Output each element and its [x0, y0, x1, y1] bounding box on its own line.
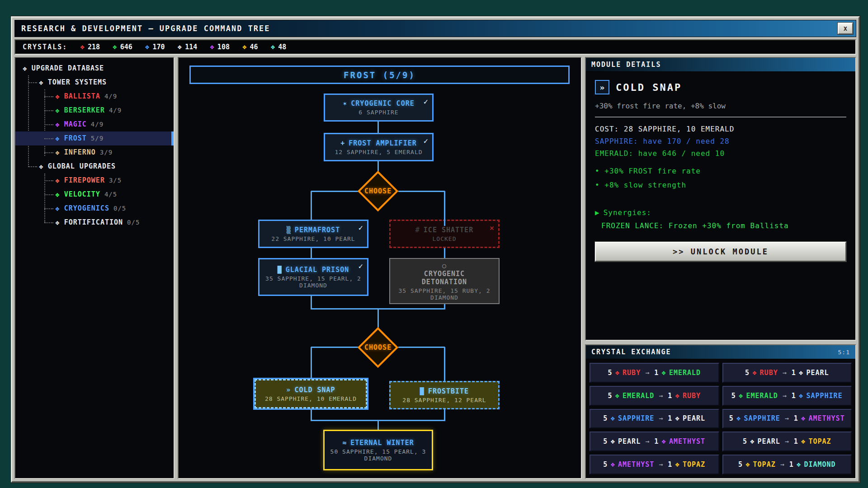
connector: [377, 308, 379, 328]
solid-block-icon: █: [278, 266, 282, 274]
sidebar-item-firepower[interactable]: ❖ FIREPOWER 3/5: [15, 174, 174, 188]
node-cold-snap[interactable]: »COLD SNAP 28 SAPPHIRE, 10 EMERALD: [255, 379, 367, 408]
node-cryogenic-core[interactable]: ✓ ✶CRYOGENIC CORE 6 SAPPHIRE: [324, 94, 434, 122]
exchange-pearl-to-amethyst[interactable]: 5 ❖ PEARL → 1 ❖ AMETHYST: [590, 432, 719, 451]
exchange-sapphire-to-amethyst[interactable]: 5 ❖ SAPPHIRE → 1 ❖ AMETHYST: [722, 409, 852, 429]
exchange-amethyst-to-topaz[interactable]: 5 ❖ AMETHYST → 1 ❖ TOPAZ: [590, 455, 719, 474]
arrow-icon: →: [643, 437, 651, 446]
connector: [311, 191, 358, 192]
resource-diamond: ❖ 48: [271, 43, 287, 51]
check-icon: ✓: [359, 262, 363, 271]
arrow-icon: →: [783, 414, 791, 422]
node-eternal-winter[interactable]: ≈ETERNAL WINTER 50 SAPPHIRE, 15 PEARL, 3…: [323, 430, 433, 470]
node-cost: 35 SAPPHIRE, 15 PEARL, 2 DIAMOND: [264, 275, 363, 289]
berserker-progress: 4/9: [109, 103, 122, 117]
app-window: RESEARCH & DEVELOPMENT — UPGRADE COMMAND…: [11, 16, 860, 483]
ruby-crystal-icon: ❖: [615, 369, 620, 376]
sidebar-item-berserker[interactable]: ❖ BERSERKER 4/9: [15, 103, 174, 117]
arrow-icon: →: [657, 392, 665, 400]
arrow-icon: →: [643, 369, 651, 377]
sapphire-crystal-icon: ❖: [799, 392, 804, 399]
node-permafrost[interactable]: ✓ ▒PERMAFROST 22 SAPPHIRE, 10 PEARL: [258, 220, 368, 248]
close-button[interactable]: X: [838, 23, 853, 34]
berserker-gem-icon: ❖: [55, 107, 60, 114]
exchange-emerald-to-ruby[interactable]: 5 ❖ EMERALD → 1 ❖ RUBY: [590, 386, 719, 406]
crystal-exchange-header: CRYSTAL EXCHANGE 5:1: [586, 345, 855, 359]
sidebar-item-cryogenics[interactable]: ❖ CRYOGENICS 0/5: [15, 202, 174, 216]
exchange-ruby-to-emerald[interactable]: 5 ❖ RUBY → 1 ❖ EMERALD: [590, 363, 719, 383]
node-frostbite[interactable]: █FROSTBITE 28 SAPPHIRE, 12 PEARL: [389, 381, 500, 409]
module-cost-line: COST: 28 SAPPHIRE, 10 EMERALD: [595, 123, 846, 135]
module-title: COLD SNAP: [616, 82, 682, 93]
sidebar-item-tower-systems[interactable]: ❖ TOWER SYSTEMS: [15, 75, 174, 89]
connector: [311, 248, 312, 258]
sidebar-item-fortification[interactable]: ❖ FORTIFICATION 0/5: [15, 216, 174, 230]
arrow-icon: →: [781, 392, 789, 400]
arrow-icon: →: [778, 460, 787, 469]
sidebar-item-frost[interactable]: ❖ FROST 5/9: [15, 131, 174, 145]
snowflake-icon: ✶: [343, 99, 347, 108]
cryogenics-gem-icon: ❖: [55, 205, 60, 212]
magic-progress: 4/9: [91, 117, 104, 131]
sidebar-item-upgrade-database[interactable]: ❖ UPGRADE DATABASE: [15, 61, 174, 75]
emerald-availability: EMERALD: have 646 / need 10: [595, 147, 846, 160]
upgrade-database-sidebar: ❖ UPGRADE DATABASE ❖ TOWER SYSTEMS ❖ BAL…: [14, 57, 175, 479]
tower-systems-gem-icon: ❖: [39, 79, 44, 86]
module-effect-2: • +8% slow strength: [595, 178, 846, 192]
module-details-header: MODULE DETAILS: [586, 58, 855, 72]
tree-header: FROST (5/9): [189, 66, 570, 84]
inferno-gem-icon: ❖: [55, 149, 60, 156]
firepower-progress: 3/5: [109, 174, 122, 188]
connector: [311, 296, 312, 309]
exchange-grid: 5 ❖ RUBY → 1 ❖ EMERALD 5 ❖ RUBY → 1: [586, 359, 855, 478]
sidebar-item-magic[interactable]: ❖ MAGIC 4/9: [15, 117, 174, 131]
module-effect-1: • +30% FROST fire rate: [595, 164, 846, 178]
sidebar-item-velocity[interactable]: ❖ VELOCITY 4/5: [15, 188, 174, 202]
module-details-panel: MODULE DETAILS » COLD SNAP +30% frost fi…: [585, 57, 856, 341]
diamond-count: 48: [278, 43, 286, 51]
firepower-gem-icon: ❖: [55, 177, 60, 184]
amethyst-count: 108: [217, 43, 230, 51]
cross-icon: ✕: [490, 223, 494, 232]
exchange-topaz-to-diamond[interactable]: 5 ❖ TOPAZ → 1 ❖ DIAMOND: [722, 455, 852, 474]
exchange-ruby-to-pearl[interactable]: 5 ❖ RUBY → 1 ❖ PEARL: [722, 363, 852, 383]
node-glacial-prison[interactable]: ✓ █GLACIAL PRISON 35 SAPPHIRE, 15 PEARL,…: [258, 258, 368, 296]
exchange-pearl-to-topaz[interactable]: 5 ❖ PEARL → 1 ❖ TOPAZ: [722, 432, 852, 451]
pearl-crystal-icon: ❖: [799, 369, 804, 376]
emerald-crystal-icon: ❖: [113, 43, 117, 51]
unlock-module-button[interactable]: >> UNLOCK MODULE: [595, 242, 846, 262]
sidebar-item-ballista[interactable]: ❖ BALLISTA 4/9: [15, 89, 174, 103]
arrow-icon: →: [783, 437, 791, 446]
sidebar-item-inferno[interactable]: ❖ INFERNO 3/9: [15, 145, 174, 160]
amethyst-crystal-icon: ❖: [610, 461, 615, 468]
inferno-progress: 3/9: [100, 145, 113, 160]
exchange-emerald-to-sapphire[interactable]: 5 ❖ EMERALD → 1 ❖ SAPPHIRE: [722, 386, 852, 406]
emerald-crystal-icon: ❖: [739, 392, 744, 399]
amethyst-crystal-icon: ❖: [210, 43, 214, 51]
amethyst-crystal-icon: ❖: [801, 415, 806, 422]
plus-icon: +: [340, 139, 345, 147]
upgrade-database-gem-icon: ❖: [23, 65, 28, 72]
locked-label: LOCKED: [433, 235, 457, 242]
arrow-icon: →: [657, 414, 665, 422]
solid-block-icon: █: [420, 387, 425, 395]
connector: [444, 347, 445, 381]
synergy-line: FROZEN LANCE: Frozen +30% from Ballista: [601, 221, 846, 230]
ballista-gem-icon: ❖: [55, 93, 60, 100]
topaz-crystal-icon: ❖: [242, 43, 247, 51]
frost-gem-icon: ❖: [55, 135, 60, 142]
check-icon: ✓: [359, 223, 363, 232]
node-frost-amplifier[interactable]: ✓ +FROST AMPLIFIER 12 SAPPHIRE, 5 EMERAL…: [324, 133, 434, 161]
exchange-sapphire-to-pearl[interactable]: 5 ❖ SAPPHIRE → 1 ❖ PEARL: [590, 409, 719, 429]
connector: [444, 248, 445, 258]
diamond-crystal-icon: ❖: [797, 461, 802, 468]
sapphire-count: 170: [152, 43, 165, 51]
arrow-icon: →: [657, 460, 665, 469]
connector: [377, 420, 379, 430]
sidebar-item-global-upgrades[interactable]: ❖ GLOBAL UPGRADES: [15, 160, 174, 174]
velocity-gem-icon: ❖: [55, 191, 60, 198]
node-cryogenic-detonation[interactable]: ○ CRYOGENIC DETONATION 35 SAPPHIRE, 15 R…: [389, 258, 500, 304]
divider: [595, 117, 846, 117]
amethyst-crystal-icon: ❖: [661, 438, 666, 445]
diamond-crystal-icon: ❖: [271, 43, 275, 51]
